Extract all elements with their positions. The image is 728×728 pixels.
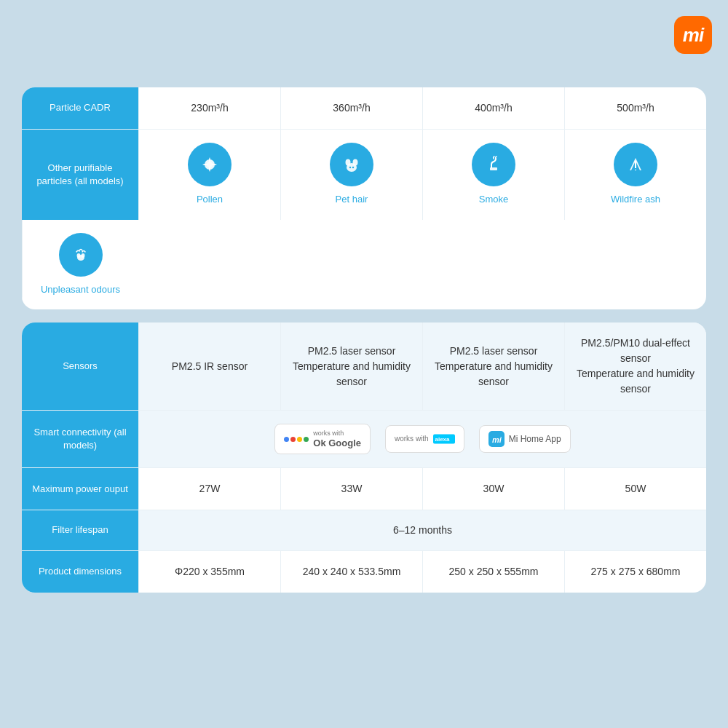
google-works-with: works with — [313, 430, 361, 438]
main-container: Particle CADR 230m³/h 360m³/h 400m³/h 50… — [22, 87, 706, 593]
odours-icon — [59, 233, 103, 277]
alexa-works-with: works with — [395, 435, 429, 443]
sensors-row: Sensors PM2.5 IR sensor PM2.5 laser sens… — [22, 323, 706, 411]
svg-text:mi: mi — [492, 435, 502, 444]
dimensions-value-2: 240 x 240 x 533.5mm — [280, 551, 422, 593]
bottom-card: Sensors PM2.5 IR sensor PM2.5 laser sens… — [22, 323, 706, 593]
dimensions-value-3: 250 x 250 x 555mm — [422, 551, 564, 593]
filter-lifespan-value: 6–12 months — [138, 510, 706, 550]
svg-text:alexa: alexa — [435, 436, 450, 443]
power-value-3: 30W — [422, 468, 564, 510]
particle-cadr-row: Particle CADR 230m³/h 360m³/h 400m³/h 50… — [22, 87, 706, 130]
sensors-label: Sensors — [22, 323, 138, 410]
sensor-value-3: PM2.5 laser sensor Temperature and humid… — [422, 323, 564, 410]
mi-home-badge: mi Mi Home App — [479, 425, 571, 453]
product-dimensions-row: Product dimensions Φ220 x 355mm 240 x 24… — [22, 551, 706, 593]
svg-point-1 — [207, 162, 213, 167]
svg-point-5 — [349, 167, 351, 168]
pethair-label: Pet hair — [336, 192, 368, 207]
pollen-label: Pollen — [197, 192, 223, 207]
product-dimensions-label: Product dimensions — [22, 551, 138, 593]
smart-connectivity-row: Smart connectivity (all models) works wi… — [22, 411, 706, 468]
purifiable-label: Other purifiable particles (all models) — [22, 130, 138, 220]
particle-cadr-label: Particle CADR — [22, 87, 138, 129]
filter-lifespan-label: Filter lifespan — [22, 510, 138, 550]
cadr-value-1: 230m³/h — [138, 87, 280, 129]
cadr-value-4: 500m³/h — [564, 87, 706, 129]
particle-smoke: Smoke — [422, 130, 564, 220]
mi-home-icon: mi — [488, 431, 505, 447]
power-value-2: 33W — [280, 468, 422, 510]
cadr-value-3: 400m³/h — [422, 87, 564, 129]
top-card: Particle CADR 230m³/h 360m³/h 400m³/h 50… — [22, 87, 706, 309]
svg-point-4 — [353, 159, 358, 166]
google-label: Ok Google — [313, 438, 361, 449]
smoke-icon — [472, 143, 515, 186]
dimensions-value-4: 275 x 275 x 680mm — [564, 551, 706, 593]
wildfire-icon — [614, 143, 657, 186]
cadr-value-2: 360m³/h — [280, 87, 422, 129]
particle-pollen: Pollen — [138, 130, 280, 220]
mi-logo-text: mi — [683, 24, 703, 47]
alexa-badge: works with alexa — [385, 425, 464, 453]
pollen-icon — [188, 143, 232, 186]
sensor-value-4: PM2.5/PM10 dual-effect sensor Temperatur… — [564, 323, 706, 410]
alexa-icon: alexa — [433, 431, 455, 447]
particle-odours: Unpleasant odours — [22, 220, 138, 310]
google-icon — [284, 437, 309, 442]
svg-point-3 — [346, 159, 351, 166]
particle-wildfire: Wildfire ash — [564, 130, 706, 220]
max-power-label: Maximum power ouput — [22, 468, 138, 510]
mi-logo: mi — [674, 16, 712, 54]
filter-lifespan-row: Filter lifespan 6–12 months — [22, 510, 706, 550]
google-badge: works with Ok Google — [274, 424, 371, 454]
mi-home-label: Mi Home App — [509, 434, 561, 444]
dimensions-value-1: Φ220 x 355mm — [138, 551, 280, 593]
purifiable-particles-row: Other purifiable particles (all models) … — [22, 130, 706, 309]
power-value-1: 27W — [138, 468, 280, 510]
svg-point-14 — [81, 253, 84, 258]
connectivity-cell: works with Ok Google works with alexa — [138, 411, 706, 467]
smoke-label: Smoke — [479, 192, 508, 207]
sensor-value-1: PM2.5 IR sensor — [138, 323, 280, 410]
wildfire-label: Wildfire ash — [611, 192, 660, 207]
power-value-4: 50W — [564, 468, 706, 510]
sensor-value-2: PM2.5 laser sensor Temperature and humid… — [280, 323, 422, 410]
pethair-icon — [330, 143, 373, 186]
max-power-row: Maximum power ouput 27W 33W 30W 50W — [22, 468, 706, 510]
particle-pethair: Pet hair — [280, 130, 422, 220]
connectivity-label: Smart connectivity (all models) — [22, 411, 138, 467]
odours-label: Unpleasant odours — [41, 282, 120, 297]
svg-point-6 — [352, 167, 354, 168]
svg-point-13 — [76, 253, 80, 258]
